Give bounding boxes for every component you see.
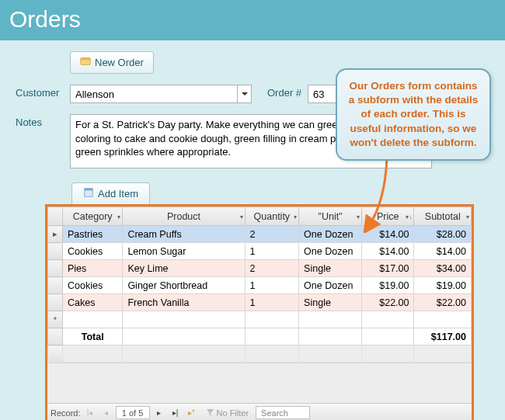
chevron-down-icon[interactable]: [237, 85, 251, 102]
table-row[interactable]: ▸PastriesCream Puffs2One Dozen$14.00$28.…: [48, 226, 472, 243]
filter-status[interactable]: No Filter: [206, 408, 249, 418]
cell-quantity[interactable]: 1: [245, 243, 299, 260]
add-item-icon: [83, 187, 94, 200]
callout-arrow-icon: [364, 155, 395, 233]
cell-quantity[interactable]: 2: [245, 260, 299, 277]
col-quantity[interactable]: Quantity▾: [245, 207, 299, 226]
col-unit[interactable]: "Unit"▾: [299, 207, 362, 226]
col-category[interactable]: Category▾: [63, 207, 123, 226]
cell-subtotal[interactable]: $14.00: [414, 243, 472, 260]
cell-unit[interactable]: One Dozen: [299, 243, 362, 260]
cell-category[interactable]: Pastries: [63, 226, 123, 243]
notes-label: Notes: [16, 114, 64, 128]
nav-last-icon[interactable]: ▸|: [169, 406, 183, 420]
cell-product[interactable]: Ginger Shortbread: [123, 277, 245, 294]
total-label: Total: [63, 328, 123, 345]
svg-rect-1: [81, 58, 90, 61]
nav-first-icon[interactable]: |◂: [83, 406, 97, 420]
cell-subtotal[interactable]: $28.00: [414, 226, 472, 243]
filter-icon: [206, 408, 214, 417]
record-position[interactable]: 1 of 5: [116, 406, 150, 419]
cell-product[interactable]: French Vanilla: [123, 294, 245, 311]
cell-unit[interactable]: One Dozen: [299, 226, 362, 243]
total-value: $117.00: [414, 328, 472, 345]
grid-header-row: Category▾ Product▾ Quantity▾ "Unit"▾ Pri…: [48, 207, 472, 226]
new-row-indicator[interactable]: *: [48, 311, 63, 328]
add-item-button[interactable]: Add Item: [71, 182, 150, 204]
grid-filler: [47, 363, 472, 403]
page-title: Orders: [0, 0, 505, 40]
cell-unit[interactable]: Single: [299, 294, 362, 311]
row-selector[interactable]: [48, 243, 63, 260]
cell-category[interactable]: Cookies: [63, 277, 123, 294]
table-row-new[interactable]: *: [48, 311, 472, 328]
cell-price[interactable]: $19.00: [362, 277, 414, 294]
table-row-total: Total$117.00: [48, 328, 472, 345]
search-input[interactable]: Search: [256, 406, 310, 419]
add-item-label: Add Item: [98, 188, 138, 200]
items-grid[interactable]: Category▾ Product▾ Quantity▾ "Unit"▾ Pri…: [47, 207, 472, 363]
cell-price[interactable]: $14.00: [362, 243, 414, 260]
cell-quantity[interactable]: 1: [245, 277, 299, 294]
table-row[interactable]: CookiesLemon Sugar1One Dozen$14.00$14.00: [48, 243, 472, 260]
row-selector[interactable]: [48, 277, 63, 294]
cell-category[interactable]: Cakes: [63, 294, 123, 311]
customer-value: Allenson: [71, 89, 237, 100]
row-selector-header[interactable]: [48, 207, 63, 226]
customer-combo[interactable]: Allenson: [70, 85, 252, 103]
cell-subtotal[interactable]: $22.00: [414, 294, 472, 311]
record-label: Record:: [50, 408, 81, 418]
cell-unit[interactable]: Single: [299, 260, 362, 277]
record-navbar: Record: |◂ ◂ 1 of 5 ▸ ▸| ▸* No Filter Se…: [47, 403, 472, 420]
cell-unit[interactable]: One Dozen: [299, 277, 362, 294]
cell-price[interactable]: $17.00: [362, 260, 414, 277]
new-order-label: New Order: [95, 57, 144, 68]
order-num-label: Order #: [267, 85, 301, 99]
new-order-icon: [80, 56, 91, 69]
callout-annotation: Our Orders form contains a subform with …: [336, 68, 491, 161]
cell-subtotal[interactable]: $19.00: [414, 277, 472, 294]
col-product[interactable]: Product▾: [123, 207, 245, 226]
nav-new-icon[interactable]: ▸*: [185, 406, 199, 420]
cell-category[interactable]: Cookies: [63, 243, 123, 260]
new-order-button[interactable]: New Order: [70, 51, 154, 74]
cell-subtotal[interactable]: $34.00: [414, 260, 472, 277]
cell-product[interactable]: Lemon Sugar: [123, 243, 245, 260]
table-row[interactable]: CookiesGinger Shortbread1One Dozen$19.00…: [48, 277, 472, 294]
cell-quantity[interactable]: 1: [245, 294, 299, 311]
nav-prev-icon[interactable]: ◂: [99, 406, 113, 420]
row-selector[interactable]: [48, 294, 63, 311]
nav-next-icon[interactable]: ▸: [152, 406, 166, 420]
table-row-empty: [48, 345, 472, 363]
cell-category[interactable]: Pies: [63, 260, 123, 277]
customer-label: Customer: [16, 85, 64, 99]
cell-product[interactable]: Key Lime: [123, 260, 245, 277]
svg-rect-3: [85, 189, 93, 191]
row-selector[interactable]: ▸: [48, 226, 63, 243]
cell-product[interactable]: Cream Puffs: [123, 226, 245, 243]
table-row[interactable]: CakesFrench Vanilla1Single$22.00$22.00: [48, 294, 472, 311]
items-subform: Category▾ Product▾ Quantity▾ "Unit"▾ Pri…: [45, 204, 474, 420]
cell-price[interactable]: $22.00: [362, 294, 414, 311]
table-row[interactable]: PiesKey Lime2Single$17.00$34.00: [48, 260, 472, 277]
col-subtotal[interactable]: Subtotal▾: [414, 207, 472, 226]
row-selector[interactable]: [48, 260, 63, 277]
cell-quantity[interactable]: 2: [245, 226, 299, 243]
